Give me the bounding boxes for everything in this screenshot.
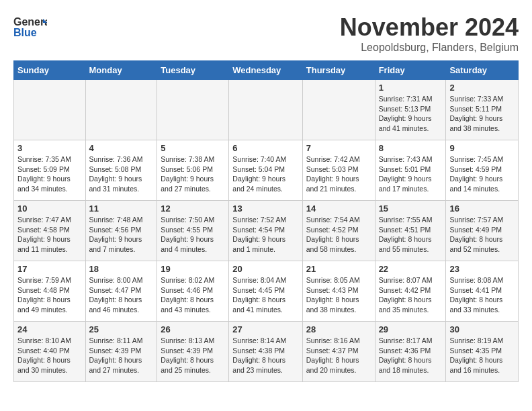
svg-text:General: General — [13, 16, 47, 28]
calendar-cell: 24Sunrise: 8:10 AM Sunset: 4:40 PM Dayli… — [14, 322, 86, 382]
day-number: 4 — [89, 143, 154, 153]
calendar-cell: 19Sunrise: 8:02 AM Sunset: 4:46 PM Dayli… — [157, 261, 229, 322]
calendar-cell: 8Sunrise: 7:43 AM Sunset: 5:01 PM Daylig… — [375, 140, 446, 201]
day-info: Sunrise: 7:57 AM Sunset: 4:49 PM Dayligh… — [449, 215, 515, 255]
day-info: Sunrise: 7:36 AM Sunset: 5:08 PM Dayligh… — [89, 154, 154, 194]
month-title: November 2024 — [340, 13, 519, 42]
day-number: 23 — [449, 264, 515, 274]
day-info: Sunrise: 8:17 AM Sunset: 4:36 PM Dayligh… — [379, 336, 443, 375]
logo: General Blue — [13, 13, 47, 40]
day-info: Sunrise: 8:13 AM Sunset: 4:39 PM Dayligh… — [161, 336, 225, 375]
calendar-cell: 14Sunrise: 7:54 AM Sunset: 4:52 PM Dayli… — [302, 201, 375, 261]
day-info: Sunrise: 8:02 AM Sunset: 4:46 PM Dayligh… — [161, 275, 225, 315]
day-info: Sunrise: 7:38 AM Sunset: 5:06 PM Dayligh… — [161, 154, 225, 194]
week-row-2: 3Sunrise: 7:35 AM Sunset: 5:09 PM Daylig… — [14, 140, 519, 201]
calendar-cell: 11Sunrise: 7:48 AM Sunset: 4:56 PM Dayli… — [85, 201, 157, 261]
calendar-cell: 12Sunrise: 7:50 AM Sunset: 4:55 PM Dayli… — [157, 201, 229, 261]
calendar-cell: 17Sunrise: 7:59 AM Sunset: 4:48 PM Dayli… — [14, 261, 86, 322]
day-number: 13 — [232, 203, 298, 214]
week-row-3: 10Sunrise: 7:47 AM Sunset: 4:58 PM Dayli… — [14, 201, 519, 261]
calendar-cell: 26Sunrise: 8:13 AM Sunset: 4:39 PM Dayli… — [157, 322, 229, 382]
calendar-header: SundayMondayTuesdayWednesdayThursdayFrid… — [14, 61, 519, 80]
day-info: Sunrise: 7:31 AM Sunset: 5:13 PM Dayligh… — [379, 94, 443, 134]
day-info: Sunrise: 7:40 AM Sunset: 5:04 PM Dayligh… — [232, 154, 298, 194]
calendar-cell: 9Sunrise: 7:45 AM Sunset: 4:59 PM Daylig… — [446, 140, 519, 201]
day-info: Sunrise: 7:59 AM Sunset: 4:48 PM Dayligh… — [17, 275, 82, 315]
column-header-friday: Friday — [375, 61, 446, 80]
calendar-cell — [85, 80, 157, 140]
day-info: Sunrise: 7:42 AM Sunset: 5:03 PM Dayligh… — [306, 154, 371, 194]
calendar-cell: 16Sunrise: 7:57 AM Sunset: 4:49 PM Dayli… — [446, 201, 519, 261]
day-number: 29 — [379, 324, 443, 334]
calendar-cell: 27Sunrise: 8:14 AM Sunset: 4:38 PM Dayli… — [229, 322, 302, 382]
day-info: Sunrise: 8:00 AM Sunset: 4:47 PM Dayligh… — [89, 275, 154, 315]
day-number: 27 — [232, 324, 298, 334]
column-header-tuesday: Tuesday — [157, 61, 229, 80]
week-row-4: 17Sunrise: 7:59 AM Sunset: 4:48 PM Dayli… — [14, 261, 519, 322]
day-info: Sunrise: 7:33 AM Sunset: 5:11 PM Dayligh… — [449, 94, 515, 134]
column-header-sunday: Sunday — [14, 61, 86, 80]
day-info: Sunrise: 7:54 AM Sunset: 4:52 PM Dayligh… — [306, 215, 371, 255]
day-number: 2 — [449, 83, 515, 93]
column-header-thursday: Thursday — [302, 61, 375, 80]
column-header-saturday: Saturday — [446, 61, 519, 80]
day-number: 11 — [89, 203, 154, 214]
page-header: General Blue November 2024 Leopoldsburg,… — [13, 13, 519, 54]
calendar-cell: 18Sunrise: 8:00 AM Sunset: 4:47 PM Dayli… — [85, 261, 157, 322]
calendar-cell: 5Sunrise: 7:38 AM Sunset: 5:06 PM Daylig… — [157, 140, 229, 201]
calendar-cell: 7Sunrise: 7:42 AM Sunset: 5:03 PM Daylig… — [302, 140, 375, 201]
calendar-cell — [157, 80, 229, 140]
calendar-cell: 22Sunrise: 8:07 AM Sunset: 4:42 PM Dayli… — [375, 261, 446, 322]
day-info: Sunrise: 8:07 AM Sunset: 4:42 PM Dayligh… — [379, 275, 443, 315]
calendar-cell: 6Sunrise: 7:40 AM Sunset: 5:04 PM Daylig… — [229, 140, 302, 201]
day-number: 22 — [379, 264, 443, 274]
day-number: 15 — [379, 203, 443, 214]
day-number: 26 — [161, 324, 225, 334]
calendar-cell: 15Sunrise: 7:55 AM Sunset: 4:51 PM Dayli… — [375, 201, 446, 261]
day-info: Sunrise: 8:19 AM Sunset: 4:35 PM Dayligh… — [449, 336, 515, 375]
day-number: 30 — [449, 324, 515, 334]
day-number: 6 — [232, 143, 298, 153]
week-row-1: 1Sunrise: 7:31 AM Sunset: 5:13 PM Daylig… — [14, 80, 519, 140]
calendar-cell: 21Sunrise: 8:05 AM Sunset: 4:43 PM Dayli… — [302, 261, 375, 322]
calendar-cell: 28Sunrise: 8:16 AM Sunset: 4:37 PM Dayli… — [302, 322, 375, 382]
day-number: 12 — [161, 203, 225, 214]
day-number: 9 — [449, 143, 515, 153]
day-number: 19 — [161, 264, 225, 274]
day-info: Sunrise: 7:52 AM Sunset: 4:54 PM Dayligh… — [232, 215, 298, 255]
day-info: Sunrise: 8:08 AM Sunset: 4:41 PM Dayligh… — [449, 275, 515, 315]
svg-text:Blue: Blue — [13, 27, 37, 38]
day-number: 14 — [306, 203, 371, 214]
day-info: Sunrise: 7:47 AM Sunset: 4:58 PM Dayligh… — [17, 215, 82, 255]
calendar-cell: 23Sunrise: 8:08 AM Sunset: 4:41 PM Dayli… — [446, 261, 519, 322]
calendar-body: 1Sunrise: 7:31 AM Sunset: 5:13 PM Daylig… — [14, 80, 519, 382]
header-row: SundayMondayTuesdayWednesdayThursdayFrid… — [14, 61, 519, 80]
calendar-cell: 2Sunrise: 7:33 AM Sunset: 5:11 PM Daylig… — [446, 80, 519, 140]
calendar-cell: 29Sunrise: 8:17 AM Sunset: 4:36 PM Dayli… — [375, 322, 446, 382]
calendar-cell: 1Sunrise: 7:31 AM Sunset: 5:13 PM Daylig… — [375, 80, 446, 140]
day-number: 5 — [161, 143, 225, 153]
day-number: 20 — [232, 264, 298, 274]
logo-icon: General Blue — [13, 13, 47, 40]
day-info: Sunrise: 8:04 AM Sunset: 4:45 PM Dayligh… — [232, 275, 298, 315]
day-info: Sunrise: 7:50 AM Sunset: 4:55 PM Dayligh… — [161, 215, 225, 255]
day-number: 8 — [379, 143, 443, 153]
day-info: Sunrise: 7:45 AM Sunset: 4:59 PM Dayligh… — [449, 154, 515, 194]
column-header-monday: Monday — [85, 61, 157, 80]
week-row-5: 24Sunrise: 8:10 AM Sunset: 4:40 PM Dayli… — [14, 322, 519, 382]
day-number: 28 — [306, 324, 371, 334]
day-info: Sunrise: 7:43 AM Sunset: 5:01 PM Dayligh… — [379, 154, 443, 194]
calendar-cell: 20Sunrise: 8:04 AM Sunset: 4:45 PM Dayli… — [229, 261, 302, 322]
calendar-cell — [229, 80, 302, 140]
calendar-cell: 3Sunrise: 7:35 AM Sunset: 5:09 PM Daylig… — [14, 140, 86, 201]
day-info: Sunrise: 8:10 AM Sunset: 4:40 PM Dayligh… — [17, 336, 82, 375]
calendar-cell: 4Sunrise: 7:36 AM Sunset: 5:08 PM Daylig… — [85, 140, 157, 201]
day-info: Sunrise: 7:35 AM Sunset: 5:09 PM Dayligh… — [17, 154, 82, 194]
day-info: Sunrise: 7:55 AM Sunset: 4:51 PM Dayligh… — [379, 215, 443, 255]
day-info: Sunrise: 8:14 AM Sunset: 4:38 PM Dayligh… — [232, 336, 298, 375]
day-number: 24 — [17, 324, 82, 334]
calendar-cell: 10Sunrise: 7:47 AM Sunset: 4:58 PM Dayli… — [14, 201, 86, 261]
column-header-wednesday: Wednesday — [229, 61, 302, 80]
title-section: November 2024 Leopoldsburg, Flanders, Be… — [340, 13, 519, 54]
day-info: Sunrise: 8:16 AM Sunset: 4:37 PM Dayligh… — [306, 336, 371, 375]
